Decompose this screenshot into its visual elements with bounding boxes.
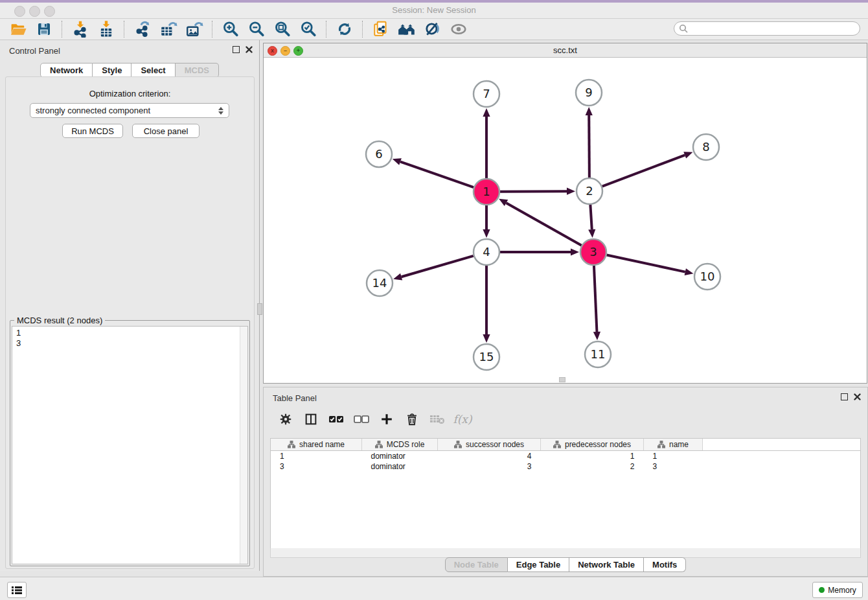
- tab-mcds[interactable]: MCDS: [176, 63, 219, 78]
- splitter-grip[interactable]: [257, 303, 262, 315]
- table-cell[interactable]: dominator: [362, 461, 438, 472]
- graph-edge-arrowhead: [483, 108, 490, 117]
- window-close-button[interactable]: [14, 6, 25, 17]
- column-header-predecessor-nodes[interactable]: predecessor nodes: [541, 439, 644, 451]
- graph-edge-2-to-3[interactable]: [590, 205, 591, 229]
- table-cell[interactable]: dominator: [362, 451, 438, 462]
- graph-edge-arrowhead: [571, 248, 579, 255]
- network-window-titlebar[interactable]: x – + scc.txt: [264, 43, 867, 58]
- table-row[interactable]: 1dominator411: [271, 451, 860, 462]
- graph-edge-2-to-8[interactable]: [602, 155, 685, 186]
- network-graph[interactable]: 7968124314101511: [264, 58, 867, 383]
- table-panel-title: Table Panel: [273, 393, 317, 403]
- first-neighbors-icon[interactable]: [397, 20, 417, 38]
- graph-edge-1-to-2[interactable]: [500, 191, 567, 192]
- open-file-icon[interactable]: [8, 20, 28, 38]
- network-canvas[interactable]: 7968124314101511: [264, 58, 867, 383]
- splitter-grip[interactable]: [559, 377, 565, 382]
- graph-edge-3-to-11[interactable]: [594, 266, 597, 332]
- zoom-in-icon[interactable]: [221, 20, 240, 38]
- search-input[interactable]: [688, 23, 860, 34]
- network-maximize-button[interactable]: +: [293, 46, 303, 56]
- export-table-icon[interactable]: [159, 20, 178, 38]
- tab-style[interactable]: Style: [93, 63, 131, 78]
- graph-node-label: 7: [483, 87, 490, 100]
- export-image-icon[interactable]: [185, 20, 204, 38]
- graph-edge-3-to-1[interactable]: [506, 203, 581, 246]
- graph-node-label: 8: [702, 140, 709, 154]
- tab-motifs[interactable]: Motifs: [644, 557, 686, 572]
- add-column-icon[interactable]: [379, 411, 394, 427]
- show-columns-icon[interactable]: [303, 411, 319, 427]
- birds-eye-view-icon[interactable]: [449, 20, 468, 38]
- search-box[interactable]: [674, 21, 860, 36]
- toolbar-separator: [124, 21, 125, 38]
- graph-node-label: 14: [372, 276, 387, 290]
- graph-edge-4-to-14[interactable]: [402, 256, 474, 277]
- graph-edge-arrowhead: [588, 229, 595, 238]
- optimization-criterion-select[interactable]: strongly connected component: [30, 103, 229, 118]
- close-panel-icon[interactable]: [246, 46, 253, 53]
- tab-network[interactable]: Network: [40, 63, 93, 78]
- network-close-button[interactable]: x: [268, 46, 277, 56]
- delete-column-icon[interactable]: [404, 411, 420, 427]
- import-network-icon[interactable]: [71, 20, 90, 38]
- select-all-checkboxes-icon[interactable]: [328, 411, 344, 427]
- window-zoom-button[interactable]: [44, 6, 55, 17]
- toolbar-separator: [362, 21, 363, 38]
- close-panel-icon[interactable]: [854, 393, 861, 400]
- table-cell[interactable]: 1: [541, 451, 644, 462]
- task-history-button[interactable]: [7, 582, 27, 598]
- network-minimize-button[interactable]: –: [280, 46, 290, 56]
- settings-gear-icon[interactable]: [278, 411, 293, 427]
- network-window-title: scc.txt: [264, 43, 867, 57]
- close-panel-button[interactable]: Close panel: [132, 124, 200, 138]
- refresh-icon[interactable]: [335, 20, 354, 38]
- mcds-result-textarea[interactable]: 1 3: [12, 326, 248, 564]
- column-header-name[interactable]: name: [644, 439, 703, 451]
- table-cell[interactable]: 3: [438, 461, 541, 472]
- control-panel-title: Control Panel: [9, 46, 60, 56]
- graph-edge-2-to-9[interactable]: [589, 115, 589, 178]
- graph-node-label: 11: [591, 347, 606, 361]
- zoom-selected-icon[interactable]: [299, 20, 318, 38]
- table-row[interactable]: 3dominator323: [271, 461, 860, 472]
- table-toolbar: f(x): [270, 406, 861, 433]
- graph-edge-1-to-6[interactable]: [400, 162, 474, 188]
- select-value: strongly connected component: [36, 106, 218, 115]
- zoom-out-icon[interactable]: [247, 20, 266, 38]
- import-table-icon[interactable]: [97, 20, 116, 38]
- memory-button[interactable]: Memory: [812, 582, 863, 598]
- table-cell[interactable]: 4: [438, 451, 541, 462]
- table-horizontal-scrollbar[interactable]: [270, 548, 861, 558]
- column-header-shared-name[interactable]: shared name: [271, 439, 362, 451]
- float-panel-icon[interactable]: [233, 46, 240, 53]
- export-network-icon[interactable]: [133, 20, 152, 38]
- run-mcds-button[interactable]: Run MCDS: [62, 124, 123, 138]
- column-header-MCDS-role[interactable]: MCDS role: [362, 439, 438, 451]
- table-cell[interactable]: 1: [271, 451, 362, 462]
- task-list-icon: [12, 586, 22, 595]
- table-cell[interactable]: 3: [644, 461, 703, 472]
- table-cell[interactable]: 2: [541, 461, 644, 472]
- tab-edge-table[interactable]: Edge Table: [508, 557, 569, 572]
- save-session-icon[interactable]: [34, 20, 54, 38]
- control-panel-tabs: NetworkStyleSelectMCDS: [0, 63, 259, 78]
- table-cell[interactable]: 3: [271, 461, 362, 472]
- zoom-fit-icon[interactable]: [273, 20, 292, 38]
- window-title: Session: New Session: [0, 3, 868, 18]
- tab-network-table[interactable]: Network Table: [569, 557, 644, 572]
- graph-edge-3-to-10[interactable]: [607, 255, 685, 271]
- node-table[interactable]: shared nameMCDS rolesuccessor nodesprede…: [270, 438, 861, 549]
- deselect-all-checkboxes-icon[interactable]: [354, 411, 369, 427]
- result-scrollbar[interactable]: [240, 327, 247, 564]
- tab-node-table[interactable]: Node Table: [445, 557, 508, 572]
- window-minimize-button[interactable]: [29, 6, 40, 17]
- copy-network-icon[interactable]: [371, 20, 391, 38]
- graphics-details-icon[interactable]: [423, 20, 442, 38]
- table-header-row: shared nameMCDS rolesuccessor nodesprede…: [271, 439, 860, 451]
- column-header-successor-nodes[interactable]: successor nodes: [438, 439, 541, 451]
- float-panel-icon[interactable]: [841, 393, 848, 400]
- tab-select[interactable]: Select: [131, 63, 175, 78]
- table-cell[interactable]: 1: [644, 451, 703, 462]
